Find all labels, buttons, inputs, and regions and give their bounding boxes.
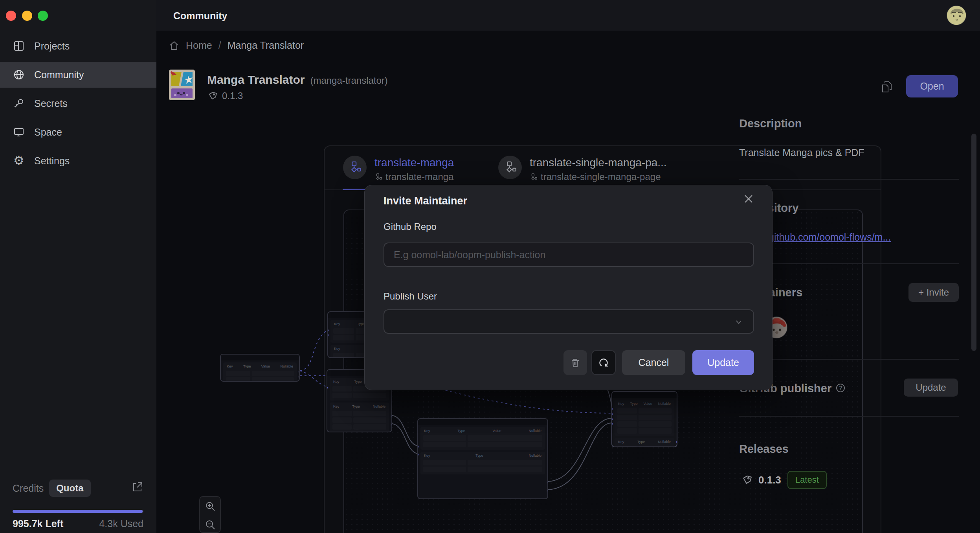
page-title: Community	[173, 10, 228, 22]
tab-subtitle: translate-single-manga-page	[541, 171, 661, 182]
flow-graph-icon	[343, 156, 367, 179]
input-port[interactable]	[611, 407, 613, 411]
package-version: 0.1.3	[222, 90, 243, 101]
releases-heading: Releases	[739, 443, 789, 456]
external-link-icon[interactable]	[132, 481, 143, 493]
node-header	[221, 355, 299, 360]
release-row: 0.1.3 Latest	[742, 471, 827, 489]
output-port[interactable]	[546, 481, 548, 484]
zoom-in-button[interactable]	[200, 497, 220, 515]
node-row	[226, 377, 294, 382]
tab-translate-single-manga-page[interactable]: translate-single-manga-pa... translate-s…	[498, 156, 667, 182]
minimize-window-button[interactable]	[22, 11, 32, 21]
breadcrumb-home[interactable]: Home	[186, 40, 212, 51]
node-row	[423, 435, 542, 441]
node-row	[226, 371, 294, 376]
node-row	[423, 442, 542, 447]
sidebar-item-label: Projects	[34, 40, 70, 52]
node-row	[617, 421, 672, 427]
canvas-zoom-controls	[199, 496, 221, 533]
update-button[interactable]: Update	[692, 350, 754, 375]
delete-button[interactable]	[563, 350, 587, 375]
flow-graph-icon	[498, 156, 522, 179]
description-heading: Description	[739, 117, 802, 130]
node-column-label: Type	[457, 429, 465, 433]
node-column-label: Value	[643, 402, 652, 406]
sidebar-item-projects[interactable]: Projects	[0, 33, 156, 59]
sidebar-item-secrets[interactable]: Secrets	[0, 90, 156, 116]
flow-node[interactable]: KeyTypeValueNullableKeyTypeNullable	[417, 418, 548, 499]
node-section: KeyTypeNullable	[330, 403, 389, 432]
latest-badge: Latest	[787, 471, 827, 489]
input-port[interactable]	[611, 417, 613, 421]
output-port[interactable]	[298, 370, 300, 373]
output-port[interactable]	[298, 375, 300, 379]
node-column-label: Key	[618, 402, 624, 406]
node-column-label: Type	[352, 404, 360, 408]
publish-user-select[interactable]	[384, 309, 754, 334]
github-repo-input[interactable]	[384, 243, 754, 267]
maximize-window-button[interactable]	[38, 11, 48, 21]
node-row	[332, 411, 386, 416]
flow-mini-icon	[374, 173, 382, 181]
input-port[interactable]	[327, 333, 329, 337]
node-column-label: Key	[424, 454, 430, 458]
input-port[interactable]	[327, 329, 329, 332]
node-column-label: Key	[618, 440, 624, 444]
titlebar: Community	[156, 0, 980, 31]
input-port[interactable]	[417, 453, 419, 456]
close-icon[interactable]	[741, 191, 756, 207]
scrollbar-thumb[interactable]	[971, 134, 976, 351]
credits-progress-track	[13, 510, 143, 513]
node-column-label: Key	[334, 347, 340, 351]
sidebar-item-community[interactable]: Community	[0, 62, 156, 88]
sidebar-nav: Projects Community Secrets Space	[0, 33, 156, 176]
tag-icon	[208, 91, 217, 101]
node-section: KeyTypeValueNullable	[420, 427, 545, 450]
dialog-title: Invite Maintainer	[384, 195, 467, 207]
close-window-button[interactable]	[6, 11, 16, 21]
output-port[interactable]	[546, 489, 548, 493]
node-column-label: Type	[354, 380, 362, 384]
tab-title: translate-single-manga-pa...	[530, 156, 667, 169]
output-port[interactable]	[390, 423, 392, 426]
package-name: Manga Translator	[207, 73, 305, 86]
help-icon[interactable]: ?	[836, 384, 845, 392]
divider	[739, 179, 959, 180]
node-column-label: Value	[492, 429, 501, 433]
user-avatar[interactable]	[947, 6, 966, 25]
credits-progress-fill	[13, 510, 143, 513]
quota-toggle[interactable]: Quota	[49, 480, 90, 497]
refresh-button[interactable]	[591, 350, 616, 375]
monitor-icon	[13, 126, 25, 138]
invite-maintainer-button[interactable]: + Invite	[908, 283, 959, 302]
output-port[interactable]	[390, 415, 392, 418]
sidebar-item-space[interactable]: Space	[0, 119, 156, 145]
node-row	[617, 415, 672, 420]
sidebar-item-settings[interactable]: ⚙ Settings	[0, 148, 156, 174]
input-port[interactable]	[327, 386, 329, 390]
cancel-button[interactable]: Cancel	[622, 350, 685, 375]
home-icon[interactable]	[169, 40, 180, 51]
breadcrumb-separator: /	[218, 40, 221, 51]
zoom-out-button[interactable]	[200, 515, 220, 533]
breadcrumb-current: Manga Translator	[228, 40, 304, 51]
output-port[interactable]	[675, 440, 677, 444]
node-column-label: Nullable	[658, 402, 671, 406]
tab-title: translate-manga	[374, 156, 454, 169]
node-row	[617, 428, 672, 434]
flow-node[interactable]: KeyTypeValueNullableKeyTypeNullable	[611, 391, 677, 447]
package-info-panel: Description Translate Manga pics & PDF R…	[739, 31, 967, 533]
description-text: Translate Manga pics & PDF	[739, 147, 864, 158]
input-port[interactable]	[417, 445, 419, 448]
node-column-label: Key	[334, 322, 340, 326]
tab-translate-manga[interactable]: translate-manga translate-manga	[343, 156, 454, 182]
publisher-update-button[interactable]: Update	[904, 379, 958, 397]
node-column-label: Key	[424, 429, 430, 433]
node-section: KeyTypeValueNullable	[615, 400, 674, 436]
node-section: KeyTypeValueNullable	[223, 362, 297, 382]
input-port[interactable]	[611, 422, 613, 426]
input-port[interactable]	[611, 412, 613, 416]
node-header	[418, 419, 547, 425]
flow-node[interactable]: KeyTypeValueNullable	[220, 354, 300, 382]
